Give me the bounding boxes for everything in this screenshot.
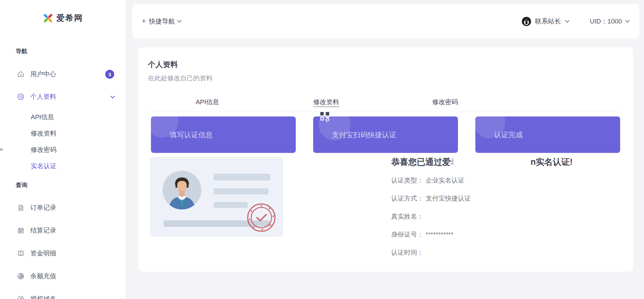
compass-icon	[17, 295, 25, 299]
page-subtitle: 在此处修改自己的资料	[148, 74, 620, 83]
detail-label: 认证时间：	[391, 248, 424, 257]
sidebar-subitem-edit-profile[interactable]: 修改资料	[0, 125, 126, 142]
book-open-icon	[17, 249, 25, 257]
topbar-right: 联系站长 UID：1000	[521, 16, 629, 27]
detail-row-cert-type: 认证类型： 企业实名认证	[391, 176, 623, 185]
sidebar-section-query: 查询	[16, 181, 126, 189]
detail-label: 身份证号：	[391, 230, 424, 239]
detail-label: 真实姓名：	[391, 212, 424, 221]
sidebar-item-label: 余额充值	[30, 272, 56, 281]
step-label: 认证完成	[494, 130, 523, 140]
sidebar-item-profile[interactable]: 个人资料	[0, 85, 126, 108]
chevron-down-icon	[625, 18, 630, 23]
step-fill-info: 填写认证信息	[151, 116, 296, 153]
qq-penguin-icon	[521, 16, 532, 27]
chevron-down-icon	[565, 18, 569, 23]
sidebar-item-domains[interactable]: 授权域名	[0, 287, 126, 299]
calendar-icon	[17, 226, 25, 235]
sidebar-item-recharge[interactable]: 余额充值	[0, 265, 126, 287]
sidebar: 爱希网 导航 用户中心 3 个人资料 API信息 修改资料 修改密码 实名认证	[0, 0, 126, 299]
step-label: 填写认证信息	[170, 130, 213, 140]
notification-badge: 3	[105, 70, 114, 79]
certification-steps: 填写认证信息 支付宝扫码快捷认证 认证完成	[148, 116, 620, 153]
verified-stamp-icon	[246, 203, 276, 233]
certification-result: 恭喜您已通过爱希 n实名认证! 认证类型： 企业实名认证 认证方式： 支付宝快捷…	[391, 156, 623, 257]
detail-label: 认证方式：	[391, 194, 424, 203]
headline-prefix: 恭喜您已通过爱希	[391, 156, 459, 168]
placeholder-line	[214, 188, 269, 194]
uid-menu[interactable]: UID：1000	[590, 17, 629, 26]
tab-edit-profile[interactable]: 修改资料	[267, 98, 386, 107]
brand-logo[interactable]: 爱希网	[0, 0, 126, 36]
sidebar-item-label: 结算记录	[30, 226, 56, 235]
tab-bar: API信息 修改资料 修改密码	[148, 98, 505, 107]
quick-nav-label: 快捷导航	[149, 17, 175, 26]
sidebar-item-label: 个人资料	[30, 92, 56, 101]
sidebar-item-label: 用户中心	[30, 70, 56, 79]
detail-row-id-number: 身份证号： ***********	[391, 231, 623, 239]
home-icon	[17, 70, 25, 78]
file-text-icon	[17, 204, 25, 212]
sidebar-item-funds[interactable]: 资金明细	[0, 242, 126, 265]
quick-nav-button[interactable]: + 快捷导航	[142, 17, 181, 26]
detail-row-real-name: 真实姓名：	[391, 213, 623, 221]
detail-row-cert-method: 认证方式： 支付宝快捷认证	[391, 194, 623, 203]
chevron-down-icon	[177, 18, 182, 23]
tab-edit-password[interactable]: 修改密码	[386, 98, 505, 107]
sidebar-item-label: 资金明细	[30, 249, 56, 258]
pinwheel-logo-icon	[43, 13, 53, 23]
plus-icon: +	[142, 17, 146, 25]
brand-name: 爱希网	[57, 13, 83, 23]
page-title: 个人资料	[148, 60, 620, 70]
avatar	[163, 171, 201, 209]
placeholder-line	[214, 174, 270, 180]
topbar: + 快捷导航 联系站长 UID：1000	[132, 4, 639, 38]
tab-divider	[148, 112, 620, 112]
sidebar-subitem-api-info[interactable]: API信息	[0, 109, 126, 125]
aperture-icon	[17, 272, 25, 280]
step-alipay-scan: 支付宝扫码快捷认证	[313, 116, 458, 153]
step-label: 支付宝扫码快捷认证	[332, 130, 396, 140]
sidebar-item-user-center[interactable]: 用户中心 3	[0, 63, 126, 85]
id-card-illustration	[150, 157, 283, 237]
contact-admin-button[interactable]: 联系站长	[521, 16, 569, 27]
sidebar-subitem-edit-password[interactable]: 修改密码	[0, 142, 126, 158]
sidebar-collapse-handle[interactable]: ▶	[0, 146, 4, 153]
detail-value: 企业实名认证	[426, 176, 464, 185]
qr-code-icon	[320, 112, 330, 126]
sidebar-item-orders[interactable]: 订单记录	[0, 196, 126, 219]
redacted-site-name	[454, 157, 531, 170]
sidebar-item-settlements[interactable]: 结算记录	[0, 219, 126, 242]
detail-label: 认证类型：	[391, 176, 424, 185]
cookie-icon	[17, 93, 25, 101]
profile-card: 个人资料 在此处修改自己的资料 API信息 修改资料 修改密码 填写认证信息 支…	[138, 47, 633, 272]
sidebar-section-nav: 导航	[16, 47, 126, 56]
headline-suffix: n实名认证!	[531, 156, 573, 168]
chevron-down-icon	[110, 94, 115, 98]
congrats-headline: 恭喜您已通过爱希 n实名认证!	[391, 156, 623, 168]
certification-details: 认证类型： 企业实名认证 认证方式： 支付宝快捷认证 真实姓名： 身份证号： *…	[391, 176, 623, 257]
detail-row-cert-time: 认证时间：	[391, 249, 623, 257]
placeholder-line	[214, 202, 248, 208]
detail-value: 支付宝快捷认证	[426, 194, 471, 203]
sidebar-item-label: 授权域名	[30, 295, 56, 299]
sidebar-subitem-realname[interactable]: 实名认证	[0, 158, 126, 174]
tab-api-info[interactable]: API信息	[148, 98, 267, 107]
uid-label: UID：1000	[590, 17, 622, 26]
contact-admin-label: 联系站长	[535, 17, 561, 26]
detail-value: ***********	[426, 231, 453, 238]
sidebar-item-label: 订单记录	[30, 203, 56, 212]
step-complete: 认证完成	[475, 116, 620, 153]
